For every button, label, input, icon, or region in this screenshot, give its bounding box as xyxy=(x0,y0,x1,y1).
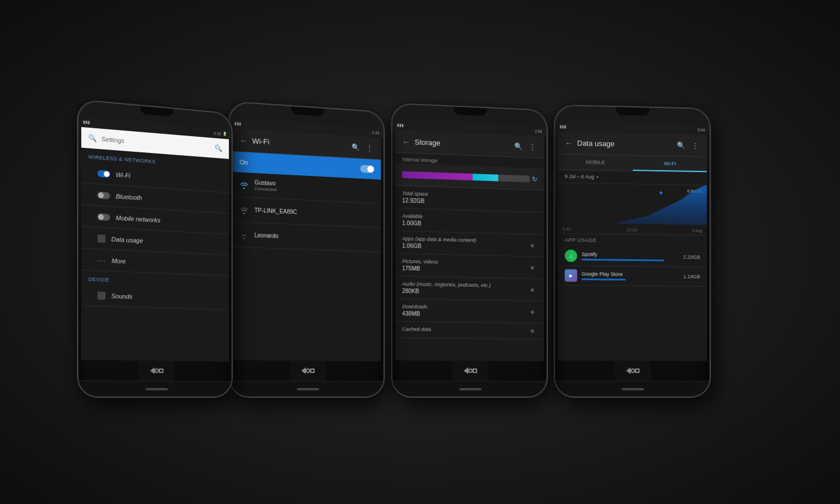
play-store-icon: ▶ xyxy=(564,269,577,282)
notch-4 xyxy=(616,107,650,115)
volume-down-button-4[interactable] xyxy=(710,176,711,193)
power-button-4[interactable] xyxy=(554,156,554,179)
back-arrow-data-usage[interactable]: ← xyxy=(564,138,572,147)
volume-down-button[interactable] xyxy=(232,180,232,196)
back-nav-button-2[interactable] xyxy=(301,367,306,374)
volume-up-button-3[interactable] xyxy=(547,155,548,172)
storage-screen-title: Storage xyxy=(414,138,508,150)
home-nav-button-2[interactable] xyxy=(306,368,310,373)
app-usage-header: App usage xyxy=(558,234,707,248)
wifi-screen-title: Wi-Fi xyxy=(252,137,346,151)
data-usage-screen: ← Data usage 🔍 ⋮ MOBILE WI-FI 9 Jul – 6 … xyxy=(558,132,707,361)
wifi-item-info-tplink: TP-LINK_EA89C xyxy=(254,207,374,218)
phone-4: ▮▮▮ 5:04 ← Data usage 🔍 ⋮ MOBILE WI-FI xyxy=(554,105,711,398)
apps-dot xyxy=(531,244,534,247)
volume-up-button[interactable] xyxy=(232,158,232,174)
spotify-usage-bar xyxy=(582,259,665,262)
wifi-screen: ← Wi-Fi 🔍 ⋮ On xyxy=(232,129,381,361)
play-store-usage-item[interactable]: ▶ Google Play Store 1.19GB xyxy=(558,266,707,287)
signal-icon-2: ▮▮▮ xyxy=(234,122,241,127)
notch-2 xyxy=(291,106,325,116)
menu-icon-storage[interactable]: ⋮ xyxy=(528,142,538,152)
search-icon-right[interactable]: 🔍 xyxy=(214,144,222,152)
settings-screen: 🔍 Settings 🔍 Wireless & networks Wi-Fi B… xyxy=(81,127,229,362)
more-dots-icon: ··· xyxy=(97,255,106,265)
status-time-4: 5:04 xyxy=(698,128,705,132)
recent-nav-button-4[interactable] xyxy=(635,368,640,373)
home-nav-button[interactable] xyxy=(155,368,159,373)
play-store-app-name: Google Play Store xyxy=(582,271,679,278)
data-usage-icon xyxy=(97,234,105,242)
wifi-signal-icon-leonardo xyxy=(240,230,249,240)
spotify-usage-item[interactable]: ♫ Spotify 2.33GB xyxy=(558,246,707,267)
home-indicator xyxy=(146,388,168,390)
phone-1-wrapper: ▮▮▮ 2:19 🔋 🔍 Settings 🔍 Wireless & netwo… xyxy=(77,99,232,398)
home-indicator-2 xyxy=(297,388,319,390)
signal-icon-3: ▮▮▮ xyxy=(397,123,404,128)
spotify-icon: ♫ xyxy=(564,250,577,262)
menu-icon-data-usage[interactable]: ⋮ xyxy=(690,141,700,151)
recent-nav-button-2[interactable] xyxy=(310,368,315,373)
storage-available: Available 1.00GB xyxy=(395,208,544,235)
storage-bar-teal xyxy=(473,174,498,181)
status-bar-right-2: 2:19 xyxy=(372,130,379,135)
back-nav-button[interactable] xyxy=(150,367,155,374)
storage-downloads[interactable]: Downloads 438MB xyxy=(395,299,544,324)
phone-2: ▮▮▮ 2:19 ← Wi-Fi 🔍 ⋮ On xyxy=(228,101,385,398)
nav-bar-3 xyxy=(452,361,488,381)
more-label: More xyxy=(111,257,222,268)
storage-refresh-icon[interactable]: ↻ xyxy=(532,175,538,183)
status-bar-right: 2:19 🔋 xyxy=(214,131,227,137)
search-icon-data-usage[interactable]: 🔍 xyxy=(676,140,686,150)
usage-chart-svg xyxy=(558,183,707,225)
back-arrow-storage[interactable]: ← xyxy=(402,137,410,147)
nav-bar-1 xyxy=(139,361,174,381)
wifi-toggle-switch[interactable] xyxy=(360,165,374,173)
storage-usage-bar xyxy=(402,171,530,182)
svg-marker-0 xyxy=(614,183,707,225)
home-nav-button-3[interactable] xyxy=(468,368,473,373)
storage-pictures[interactable]: Pictures, videos 175MB xyxy=(395,254,544,279)
volume-down-button-2[interactable] xyxy=(384,179,385,195)
status-bar-right-4: 5:04 xyxy=(698,128,705,132)
volume-up-button-2[interactable] xyxy=(384,157,385,174)
phone-bottom-1 xyxy=(78,380,231,396)
back-nav-button-4[interactable] xyxy=(626,367,631,374)
wifi-on-label: On xyxy=(240,158,248,166)
wifi-toggle[interactable] xyxy=(97,170,110,178)
power-button-3[interactable] xyxy=(391,155,392,178)
pictures-dot xyxy=(531,266,534,269)
mobile-toggle[interactable] xyxy=(97,213,110,220)
back-nav-button-3[interactable] xyxy=(464,367,468,374)
power-button[interactable] xyxy=(77,152,78,175)
menu-icon-wifi[interactable]: ⋮ xyxy=(365,143,374,153)
storage-audio[interactable]: Audio (music, ringtones, podcasts, etc.)… xyxy=(395,276,544,301)
chart-label-start: 9 Jul xyxy=(562,227,571,231)
back-arrow-wifi[interactable]: ← xyxy=(240,136,248,145)
phone-3-wrapper: ▮▮▮ 2:54 ← Storage 🔍 ⋮ Internal storage xyxy=(391,103,548,398)
wifi-signal-icon-gustavo xyxy=(240,180,249,189)
recent-nav-button-3[interactable] xyxy=(473,368,477,373)
storage-cached[interactable]: Cached data xyxy=(395,321,544,339)
phones-container: ▮▮▮ 2:19 🔋 🔍 Settings 🔍 Wireless & netwo… xyxy=(56,22,784,482)
storage-apps[interactable]: Apps (app data & media content) 1.06GB xyxy=(395,231,544,257)
bluetooth-toggle[interactable] xyxy=(97,192,110,199)
mobile-tab[interactable]: MOBILE xyxy=(558,154,633,171)
recent-nav-button[interactable] xyxy=(159,368,164,373)
search-icon-wifi[interactable]: 🔍 xyxy=(351,142,361,152)
phone-4-wrapper: ▮▮▮ 5:04 ← Data usage 🔍 ⋮ MOBILE WI-FI xyxy=(554,105,711,398)
signal-icon: ▮▮▮ xyxy=(83,120,90,125)
chart-label-mid: 23 Jul xyxy=(627,228,637,232)
wifi-label: Wi-Fi xyxy=(116,171,223,185)
wifi-tab[interactable]: WI-FI xyxy=(633,156,707,172)
status-bar-left-2: ▮▮▮ xyxy=(234,122,241,127)
status-bar-left: ▮▮▮ xyxy=(83,120,90,125)
volume-up-button-4[interactable] xyxy=(710,154,711,171)
chart-x-labels: 9 Jul 23 Jul 6 Aug xyxy=(558,227,707,232)
phone-1: ▮▮▮ 2:19 🔋 🔍 Settings 🔍 Wireless & netwo… xyxy=(77,99,232,398)
search-icon-storage[interactable]: 🔍 xyxy=(513,141,523,152)
bluetooth-label: Bluetooth xyxy=(116,193,223,206)
wifi-item-info-leonardo: Leonardo xyxy=(254,232,374,242)
volume-down-button-3[interactable] xyxy=(547,178,548,194)
home-nav-button-4[interactable] xyxy=(631,368,635,373)
